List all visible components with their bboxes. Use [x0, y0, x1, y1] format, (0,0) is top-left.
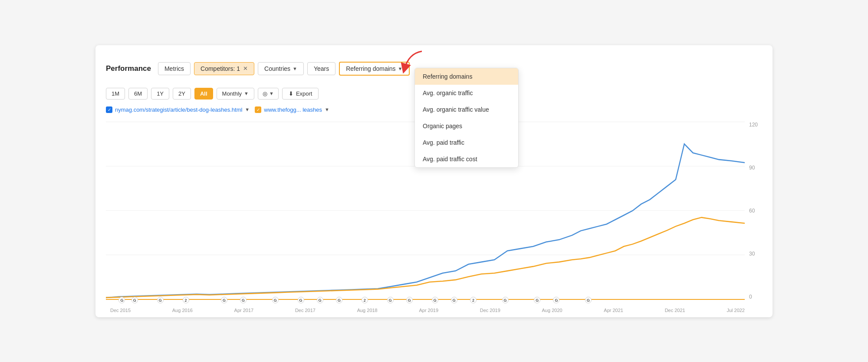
serp-marker: G [157, 296, 164, 304]
chevron-down-icon: ▼ [293, 66, 297, 71]
time-1m-button[interactable]: 1M [106, 88, 125, 100]
countries-button[interactable]: Countries ▼ [258, 62, 304, 75]
dropdown-item-avg-paid-traffic[interactable]: Avg. paid traffic [415, 134, 518, 151]
time-1y-button[interactable]: 1Y [151, 88, 169, 100]
search-icon: ◎ [263, 90, 267, 97]
x-label: Dec 2021 [665, 308, 685, 313]
x-label: Apr 2021 [604, 308, 623, 313]
referring-domains-dropdown: Referring domains Avg. organic traffic A… [414, 68, 519, 168]
x-label: Jul 2022 [727, 308, 745, 313]
y-label-30: 30 [749, 251, 758, 257]
checkbox-blue[interactable]: ✓ [106, 106, 112, 113]
serp-marker: G [553, 296, 559, 304]
serp-marker: G [118, 296, 125, 304]
url-text-1: nymag.com/strategist/article/best-dog-le… [115, 106, 242, 113]
page-title: Performance [106, 64, 151, 73]
serp-marker: G [240, 296, 247, 304]
x-label: Dec 2019 [480, 308, 500, 313]
serp-marker: G [406, 296, 413, 304]
x-label: Apr 2019 [419, 308, 438, 313]
search-icon-button[interactable]: ◎ ▼ [258, 88, 279, 100]
time-6m-button[interactable]: 6M [128, 88, 148, 100]
referring-domains-button[interactable]: Referring domains ▼ [339, 62, 409, 76]
url-item-2: ✓ www.thefogg... leashes ▼ [255, 106, 329, 113]
serp-marker: G [387, 296, 394, 304]
serp-marker: G [336, 296, 342, 304]
y-axis: 120 90 60 30 0 [749, 117, 758, 317]
dropdown-item-avg-paid-traffic-cost[interactable]: Avg. paid traffic cost [415, 151, 518, 167]
x-label: Aug 2020 [542, 308, 562, 313]
dropdown-item-avg-organic-traffic-value[interactable]: Avg. organic traffic value [415, 101, 518, 118]
serp-marker: G [432, 296, 438, 304]
y-label-120: 120 [749, 122, 758, 128]
serp-markers-row: G G G 2 G G G G G G 2 G G G G 2 G G G G [106, 296, 745, 303]
x-axis: Dec 2015 Aug 2016 Apr 2017 Dec 2017 Aug … [110, 308, 745, 313]
url-item-1: ✓ nymag.com/strategist/article/best-dog-… [106, 106, 250, 113]
x-label: Aug 2018 [357, 308, 378, 313]
export-icon: ⬇ [289, 90, 293, 97]
serp-marker: 2 [183, 296, 189, 304]
close-icon[interactable]: ✕ [243, 65, 248, 72]
dropdown-item-referring-domains[interactable]: Referring domains [415, 68, 518, 85]
competitors-button[interactable]: Competitors: 1 ✕ [194, 62, 254, 75]
y-label-90: 90 [749, 165, 758, 171]
chevron-down-icon: ▼ [244, 91, 249, 96]
dropdown-item-avg-organic-traffic[interactable]: Avg. organic traffic [415, 85, 518, 101]
x-label: Dec 2015 [110, 308, 131, 313]
serp-marker: G [585, 296, 592, 304]
serp-marker: G [132, 296, 138, 304]
url-text-2: www.thefogg... leashes [264, 106, 322, 113]
chevron-down-icon: ▼ [325, 107, 329, 112]
serp-marker: G [317, 296, 323, 304]
serp-marker: G [451, 296, 457, 304]
orange-line [106, 217, 745, 298]
chevron-down-icon: ▼ [269, 91, 274, 96]
y-label-0: 0 [749, 294, 758, 300]
x-label: Aug 2016 [172, 308, 193, 313]
chevron-down-icon: ▼ [245, 107, 250, 112]
x-label: Apr 2017 [234, 308, 254, 313]
serp-marker: 2 [470, 296, 477, 304]
x-label: Dec 2017 [295, 308, 316, 313]
export-button[interactable]: ⬇ Export [282, 88, 319, 100]
metrics-button[interactable]: Metrics [158, 62, 191, 75]
serp-marker: G [221, 296, 227, 304]
y-label-60: 60 [749, 208, 758, 214]
performance-card: Performance Metrics Competitors: 1 ✕ Cou… [95, 45, 773, 317]
time-2y-button[interactable]: 2Y [173, 88, 191, 100]
serp-marker: G [502, 296, 509, 304]
serp-marker: G [534, 296, 540, 304]
time-all-button[interactable]: All [194, 88, 213, 100]
serp-marker: G [298, 296, 304, 304]
serp-marker: G [272, 296, 279, 304]
checkbox-orange[interactable]: ✓ [255, 106, 261, 113]
serp-marker: 2 [362, 296, 368, 304]
dropdown-item-organic-pages[interactable]: Organic pages [415, 118, 518, 134]
monthly-period-button[interactable]: Monthly ▼ [217, 88, 254, 100]
years-button[interactable]: Years [307, 62, 335, 75]
